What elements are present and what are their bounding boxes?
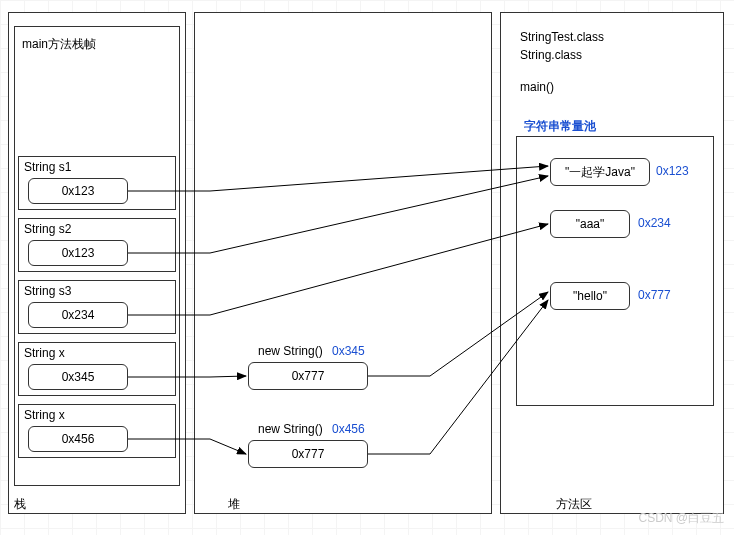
stack-var-s3-value-box: 0x234 (28, 302, 128, 328)
stack-area-label: 栈 (14, 496, 26, 513)
pool-item-3-literal: "hello" (573, 289, 607, 303)
stack-var-x2-value: 0x456 (62, 432, 95, 446)
stack-var-s1-name: String s1 (24, 160, 71, 174)
method-area-class-0: StringTest.class (520, 30, 604, 44)
stack-var-x1-value-box: 0x345 (28, 364, 128, 390)
pool-item-2-literal: "aaa" (576, 217, 605, 231)
method-area-class-1: String.class (520, 48, 582, 62)
stack-var-s3-name: String s3 (24, 284, 71, 298)
heap-area-label: 堆 (228, 496, 240, 513)
pool-item-2-box: "aaa" (550, 210, 630, 238)
stack-frame-title: main方法栈帧 (22, 36, 96, 53)
pool-item-1-box: "一起学Java" (550, 158, 650, 186)
method-area-label: 方法区 (556, 496, 592, 513)
pool-item-3-box: "hello" (550, 282, 630, 310)
stack-var-x2-name: String x (24, 408, 65, 422)
heap-obj1-value: 0x777 (292, 369, 325, 383)
method-area-method-0: main() (520, 80, 554, 94)
heap-obj2-addr: 0x456 (332, 422, 365, 436)
string-pool-title: 字符串常量池 (524, 118, 596, 135)
heap-obj1-addr: 0x345 (332, 344, 365, 358)
stack-var-s2-name: String s2 (24, 222, 71, 236)
stack-var-s2-value-box: 0x123 (28, 240, 128, 266)
stack-var-s1-value: 0x123 (62, 184, 95, 198)
heap-obj2-header: new String() (258, 422, 323, 436)
stack-var-s2-value: 0x123 (62, 246, 95, 260)
heap-area (194, 12, 492, 514)
pool-item-1-literal: "一起学Java" (565, 164, 635, 181)
watermark: CSDN @白豆五 (638, 510, 724, 527)
heap-obj1-header: new String() (258, 344, 323, 358)
stack-var-s3-value: 0x234 (62, 308, 95, 322)
pool-item-3-addr: 0x777 (638, 288, 671, 302)
stack-var-x2-value-box: 0x456 (28, 426, 128, 452)
heap-obj1-value-box: 0x777 (248, 362, 368, 390)
pool-item-1-addr: 0x123 (656, 164, 689, 178)
stack-var-x1-value: 0x345 (62, 370, 95, 384)
pool-item-2-addr: 0x234 (638, 216, 671, 230)
heap-obj2-value-box: 0x777 (248, 440, 368, 468)
stack-var-s1-value-box: 0x123 (28, 178, 128, 204)
stack-var-x1-name: String x (24, 346, 65, 360)
heap-obj2-value: 0x777 (292, 447, 325, 461)
